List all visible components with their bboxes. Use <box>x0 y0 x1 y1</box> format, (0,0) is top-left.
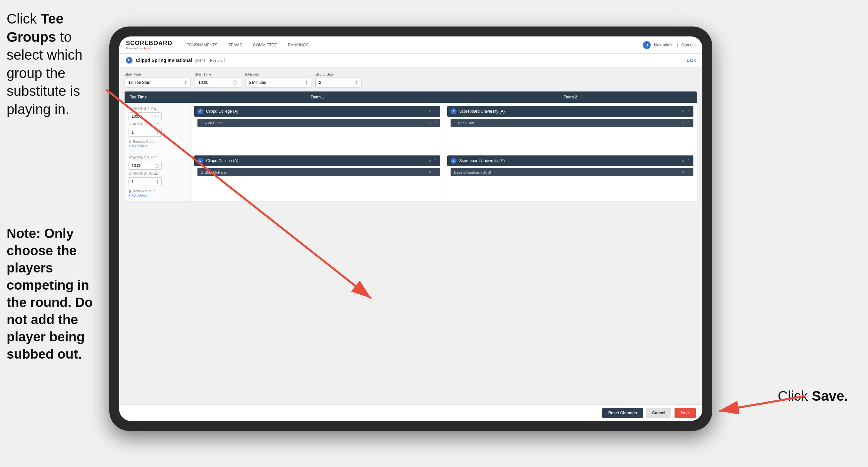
hosting-badge: Hosting <box>208 58 225 63</box>
main-content: Start Type 1st Tee Start ▲▼ Start Time 1… <box>119 67 702 404</box>
logo-clippd-brand: clippd <box>143 47 151 50</box>
team2-card-group2[interactable]: S Scoreboard University (A) ✕ ⌃ <box>447 155 693 166</box>
starting-time-input-1[interactable]: 10:00 🕐 <box>128 112 162 120</box>
x-icon-t1g1[interactable]: ✕ <box>428 109 431 114</box>
team2-badge-g1: S <box>451 108 457 114</box>
x-icon-t2g2[interactable]: ✕ <box>681 159 684 163</box>
x-icon-p1g2[interactable]: ✕ <box>428 170 431 174</box>
col-team2: Team 2 <box>444 91 697 103</box>
tablet-frame: SCOREBOARD Powered by clippd TOURNAMENTS… <box>109 27 712 431</box>
nav-tournaments[interactable]: TOURNAMENTS <box>182 41 222 49</box>
tee-time-cell-2: STARTING TIME: 10:05 🕐 STARTING HOLE: 1 … <box>125 152 191 201</box>
chevron-icon-t1g2[interactable]: ⌃ <box>434 159 437 163</box>
x-icon-p2g2[interactable]: ✕ <box>681 170 684 174</box>
remove-group-button-1[interactable]: 🗑 Remove Group <box>128 140 187 144</box>
nav-teams[interactable]: TEAMS <box>224 41 247 49</box>
reset-changes-button[interactable]: Reset Changes <box>602 408 643 418</box>
player1-card-group1[interactable]: 1. Rich Butler ✕ ⌃ <box>197 119 440 127</box>
tee-table: Tee Time Team 1 Team 2 STARTING TIME: 10… <box>125 91 697 202</box>
team1-name-g1: Clippd College (A) <box>206 109 238 114</box>
x-icon-t2g1[interactable]: ✕ <box>681 109 684 114</box>
add-group-button-2[interactable]: + Add Group <box>128 194 187 197</box>
tee-table-header: Tee Time Team 1 Team 2 <box>125 91 697 103</box>
starting-time-input-2[interactable]: 10:05 🕐 <box>128 162 162 170</box>
chevron-icon-t2g2[interactable]: ⌃ <box>687 159 690 163</box>
team1-badge-g1: C <box>197 108 204 114</box>
logo-scoreboard-text: SCOREBOARD <box>126 40 172 47</box>
x-icon-t1g2[interactable]: ✕ <box>428 159 431 163</box>
avatar: B <box>643 41 651 49</box>
starting-hole-input-2[interactable]: 1 ▲▼ <box>128 177 162 186</box>
chevron-icon-p1g2[interactable]: ⌃ <box>434 170 437 174</box>
team2-card-group1[interactable]: S Scoreboard University (A) ✕ ⌃ <box>447 106 693 117</box>
player2-name-g2: Dave Billingham (SUB) <box>454 170 491 174</box>
starting-time-label-2: STARTING TIME: <box>128 156 187 160</box>
back-link[interactable]: ‹ Back <box>684 58 696 63</box>
col-team1: Team 1 <box>191 91 444 103</box>
nav-committee[interactable]: COMMITTEE <box>248 41 282 49</box>
tee-group-row-2: STARTING TIME: 10:05 🕐 STARTING HOLE: 1 … <box>125 152 697 202</box>
clock-icon: 🕐 <box>232 80 238 85</box>
x-icon-p2g1[interactable]: ✕ <box>681 121 684 125</box>
tournament-gender: (Men) <box>195 58 205 63</box>
chevron-icon-t1g1[interactable]: ⌃ <box>434 109 437 114</box>
start-time-group: Start Time 10:00 🕐 <box>195 72 241 88</box>
chevron-icon-p2g2[interactable]: ⌃ <box>687 170 690 174</box>
starting-hole-input-1[interactable]: 1 ▲▼ <box>128 128 162 137</box>
settings-row: Start Type 1st Tee Start ▲▼ Start Time 1… <box>125 72 697 88</box>
tablet-screen: SCOREBOARD Powered by clippd TOURNAMENTS… <box>119 36 702 421</box>
start-time-label: Start Time <box>195 72 241 76</box>
team2-cell-group2: S Scoreboard University (A) ✕ ⌃ Dave Bil… <box>444 152 697 201</box>
bottom-bar: Reset Changes Cancel Save <box>119 404 702 421</box>
nav-links: TOURNAMENTS TEAMS COMMITTEE RANKINGS <box>182 41 643 49</box>
x-icon-p1g1[interactable]: ✕ <box>428 121 431 125</box>
intervals-input[interactable]: 5 Minutes ▲▼ <box>245 78 311 88</box>
chevron-icon-p1g1[interactable]: ⌃ <box>434 121 437 125</box>
note-instruction: Note: Only choose the players competing … <box>7 225 103 362</box>
nav-right: B blair admin | Sign out <box>643 41 696 49</box>
click-save-annotation: Click Save. <box>778 388 848 404</box>
team2-badge-g2: S <box>451 158 457 164</box>
cancel-button[interactable]: Cancel <box>646 408 671 418</box>
starting-time-label-1: STARTING TIME: <box>128 107 187 110</box>
time-icon-1: 🕐 <box>155 115 159 118</box>
intervals-group: Intervals 5 Minutes ▲▼ <box>245 72 311 88</box>
logo-powered-text: Powered by clippd <box>126 47 172 50</box>
team1-cell-group2: C Clippd College (A) ✕ ⌃ 2. Blair McHarg <box>191 152 444 201</box>
intervals-spinner: ▲▼ <box>305 80 308 85</box>
intervals-label: Intervals <box>245 72 311 76</box>
player2-card-group1[interactable]: 1. Rees Britt ✕ ⌃ <box>451 119 693 127</box>
team1-badge-g2: C <box>197 158 204 164</box>
trash-icon: 🗑 <box>128 140 132 144</box>
team1-card-group1[interactable]: C Clippd College (A) ✕ ⌃ <box>194 106 440 117</box>
group-actions-1: 🗑 Remove Group + Add Group <box>128 140 187 148</box>
start-type-spinner: ▲▼ <box>185 80 187 85</box>
remove-group-button-2[interactable]: 🗑 Remove Group <box>128 189 187 193</box>
player2-name-g1: 1. Rees Britt <box>454 121 474 125</box>
tee-group-row-1: STARTING TIME: 10:00 🕐 STARTING HOLE: 1 … <box>125 103 697 152</box>
team1-card-group2[interactable]: C Clippd College (A) ✕ ⌃ <box>194 155 440 166</box>
group-size-spinner: ▲▼ <box>355 80 358 85</box>
sign-out-link[interactable]: Sign out <box>681 43 696 48</box>
player2-card-group2[interactable]: Dave Billingham (SUB) ✕ ⌃ <box>451 168 693 176</box>
team2-name-g2: Scoreboard University (A) <box>459 158 504 163</box>
nav-rankings[interactable]: RANKINGS <box>283 41 313 49</box>
group-size-label: Group Size <box>315 72 362 76</box>
group-size-input[interactable]: 2 ▲▼ <box>315 78 362 88</box>
start-type-group: Start Type 1st Tee Start ▲▼ <box>125 72 191 88</box>
add-group-button-1[interactable]: + Add Group <box>128 144 187 148</box>
player1-card-group2[interactable]: 2. Blair McHarg ✕ ⌃ <box>197 168 440 176</box>
user-name: blair admin <box>654 43 674 48</box>
start-time-input[interactable]: 10:00 🕐 <box>195 78 241 88</box>
chevron-icon-t2g1[interactable]: ⌃ <box>687 109 690 114</box>
col-tee-time: Tee Time <box>125 91 191 103</box>
starting-hole-label-2: STARTING HOLE: <box>128 172 187 175</box>
group-size-group: Group Size 2 ▲▼ <box>315 72 362 88</box>
tournament-name: Clippd Spring Invitational <box>136 58 192 63</box>
start-type-input[interactable]: 1st Tee Start ▲▼ <box>125 78 191 88</box>
main-instruction: Click Tee Groups to select which group t… <box>7 10 103 119</box>
tee-time-cell-1: STARTING TIME: 10:00 🕐 STARTING HOLE: 1 … <box>125 103 191 152</box>
trash-icon-2: 🗑 <box>128 189 132 193</box>
chevron-icon-p2g1[interactable]: ⌃ <box>687 121 690 125</box>
save-button[interactable]: Save <box>675 408 696 418</box>
